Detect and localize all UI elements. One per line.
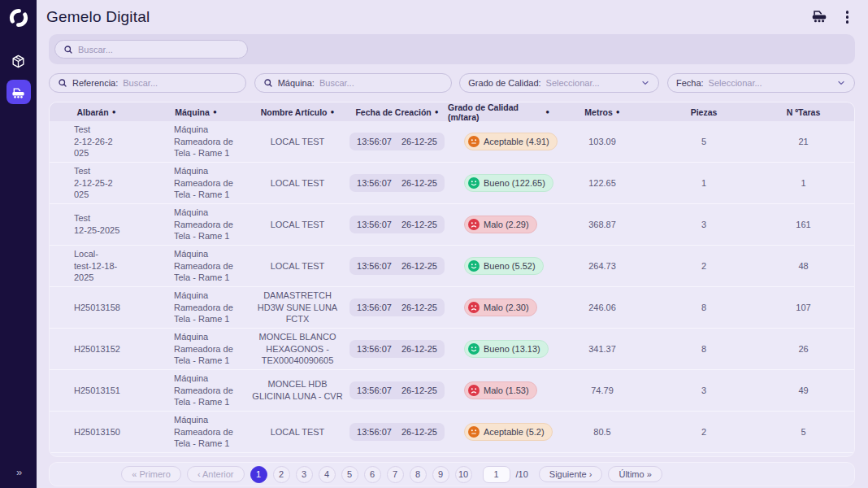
machine-status-icon[interactable] — [810, 7, 828, 28]
face-icon — [468, 260, 480, 272]
cell-piezas: 2 — [655, 246, 753, 286]
time-value: 13:56:07 — [357, 136, 392, 148]
cell-taras: 49 — [753, 370, 854, 411]
prev-page-button[interactable]: ‹ Anterior — [187, 466, 245, 482]
cell-grado: Malo (2.29) — [448, 204, 549, 245]
cell-articulo: MONCEL HDB GLICINIA LUNA - CVR — [249, 370, 346, 411]
quality-label: Malo (2.29) — [484, 219, 529, 231]
filter-label: Máquina: — [278, 78, 315, 88]
kebab-menu-icon[interactable] — [841, 9, 854, 25]
date-pill: 13:56:07 26-12-25 — [349, 298, 445, 317]
column-header[interactable]: Máquina ● — [143, 102, 249, 121]
page-button-6[interactable]: 6 — [364, 466, 381, 483]
cell-maquina: Máquina Rameadora de Tela - Rame 1 — [143, 329, 249, 369]
table-row[interactable]: Test 12-25-2025 Máquina Rameadora de Tel… — [50, 203, 854, 245]
filter-select-3[interactable]: Fecha: Seleccionar... — [667, 73, 855, 93]
cell-grado: Bueno (13.13) — [448, 329, 549, 369]
sidebar: » — [0, 0, 37, 488]
table-row[interactable]: H25013150 Máquina Rameadora de Tela - Ra… — [50, 411, 854, 452]
face-icon — [468, 426, 480, 438]
filter-search-0[interactable]: Referencia: Buscar... — [49, 73, 246, 93]
column-header[interactable]: N ºTaras — [753, 102, 854, 121]
quality-badge: Malo (2.29) — [464, 216, 537, 234]
page-button-10[interactable]: 10 — [455, 466, 472, 483]
cell-piezas: 2 — [655, 412, 753, 452]
page-button-8[interactable]: 8 — [410, 466, 427, 483]
cell-articulo: LOCAL TEST — [249, 121, 346, 162]
global-search-input[interactable] — [78, 45, 239, 54]
cell-metros: 341.37 — [549, 329, 655, 369]
cell-articulo: LOCAL TEST — [249, 163, 346, 203]
quality-badge: Bueno (13.13) — [464, 340, 549, 359]
cell-grado: Malo (1.53) — [448, 370, 549, 411]
page-button-9[interactable]: 9 — [432, 466, 449, 483]
time-value: 13:56:07 — [357, 219, 392, 231]
next-page-button[interactable]: Siguiente › — [539, 466, 603, 482]
cell-albaran: Local- test-12-18- 2025 — [50, 246, 143, 286]
topbar: Gemelo Digital — [37, 0, 868, 34]
global-search-bar — [49, 34, 855, 64]
expand-sidebar-button[interactable]: » — [0, 466, 37, 478]
cell-articulo: LOCAL TEST — [249, 412, 346, 452]
filter-search-1[interactable]: Máquina: Buscar... — [254, 73, 452, 93]
column-header[interactable]: Metros ● — [549, 102, 655, 121]
filter-select-2[interactable]: Grado de Calidad: Seleccionar... — [459, 73, 659, 93]
cell-piezas: 8 — [655, 287, 753, 328]
column-header[interactable]: Albarán ● — [50, 102, 143, 121]
table-row[interactable]: Test 2-12-26-2 025 Máquina Rameadora de … — [50, 121, 854, 162]
sort-dot-icon: ● — [213, 108, 217, 115]
table-row[interactable]: H25013158 Máquina Rameadora de Tela - Ra… — [50, 286, 854, 328]
cell-grado: Malo (2.30) — [448, 287, 549, 328]
cell-grado: Aceptable (5.2) — [448, 412, 549, 452]
table-row[interactable]: Local- test-12-18- 2025 Máquina Rameador… — [50, 245, 854, 286]
filter-placeholder: Buscar... — [123, 78, 237, 88]
cell-taras: 48 — [753, 246, 854, 286]
cell-piezas: 5 — [655, 121, 753, 162]
cell-fecha: 13:56:07 26-12-25 — [346, 287, 448, 328]
date-value: 26-12-25 — [401, 343, 437, 355]
date-pill: 13:56:07 26-12-25 — [349, 133, 445, 151]
first-page-button[interactable]: « Primero — [121, 466, 181, 482]
pagination-bar: « Primero ‹ Anterior 12345678910 /10 Sig… — [49, 462, 855, 486]
cell-articulo: DAMASTRETCH HD3W SUNE LUNA FCTX — [249, 287, 346, 328]
quality-badge: Malo (1.53) — [464, 381, 537, 400]
page-button-7[interactable]: 7 — [387, 466, 404, 483]
cell-taras: 26 — [753, 329, 854, 369]
sidebar-item-package[interactable] — [7, 49, 31, 73]
page-button-2[interactable]: 2 — [273, 466, 290, 483]
cell-maquina: Máquina Rameadora de Tela - Rame 1 — [143, 370, 249, 411]
quality-label: Aceptable (5.2) — [484, 426, 545, 438]
page-button-1[interactable]: 1 — [250, 466, 267, 483]
page-button-3[interactable]: 3 — [296, 466, 313, 483]
page-button-5[interactable]: 5 — [341, 466, 358, 483]
cell-metros: 80.5 — [549, 412, 655, 452]
quality-label: Malo (2.30) — [484, 302, 529, 314]
page-button-4[interactable]: 4 — [319, 466, 336, 483]
global-search-pill[interactable] — [54, 40, 248, 59]
table-body: Test 2-12-26-2 025 Máquina Rameadora de … — [50, 121, 854, 452]
date-value: 26-12-25 — [401, 177, 437, 190]
date-pill: 13:56:07 26-12-25 — [349, 340, 445, 359]
cell-piezas: 3 — [655, 370, 753, 411]
column-header[interactable]: Grado de Calidad (m/tara) ● — [448, 102, 549, 121]
column-header[interactable]: Piezas — [655, 102, 753, 121]
column-header[interactable]: Fecha de Creación ● — [346, 102, 448, 121]
page-number-input[interactable] — [483, 466, 510, 483]
table-row[interactable]: H25013152 Máquina Rameadora de Tela - Ra… — [50, 328, 854, 369]
column-header[interactable]: Nombre Artículo ● — [249, 102, 346, 121]
cell-albaran: H25013151 — [50, 370, 143, 411]
table-row[interactable]: Test 2-12-25-2 025 Máquina Rameadora de … — [50, 162, 854, 203]
date-value: 26-12-25 — [401, 219, 437, 231]
date-value: 26-12-25 — [401, 385, 437, 397]
sidebar-item-machines[interactable] — [7, 80, 31, 104]
cell-maquina: Máquina Rameadora de Tela - Rame 1 — [143, 287, 249, 328]
cell-taras: 5 — [753, 412, 854, 452]
cell-fecha: 13:56:07 26-12-25 — [346, 121, 448, 162]
cell-metros: 264.73 — [549, 246, 655, 286]
table-row[interactable]: H25013151 Máquina Rameadora de Tela - Ra… — [50, 369, 854, 411]
cell-metros: 368.87 — [549, 204, 655, 245]
filter-placeholder: Seleccionar... — [709, 78, 831, 88]
last-page-button[interactable]: Último » — [608, 466, 662, 482]
filter-placeholder: Seleccionar... — [546, 78, 636, 88]
cell-metros: 74.79 — [549, 370, 655, 411]
